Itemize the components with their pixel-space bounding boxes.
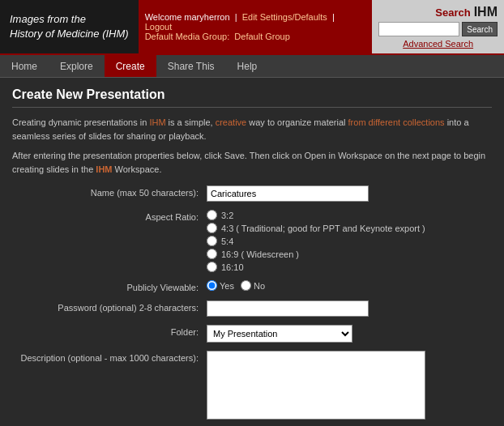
edit-settings-link[interactable]: Edit Settings/Defaults xyxy=(242,12,327,22)
folder-row: Folder: My Presentation xyxy=(12,325,492,343)
advanced-search-link[interactable]: Advanced Search xyxy=(378,39,498,49)
search-button[interactable]: Search xyxy=(462,22,498,36)
search-input[interactable] xyxy=(378,22,459,36)
aspect-label: Aspect Ratio: xyxy=(12,210,207,222)
search-brand: IHM xyxy=(474,5,498,19)
nav-create[interactable]: Create xyxy=(105,55,156,77)
aspect-label-1610: 16:10 xyxy=(221,262,244,272)
description-label: Description (optional - max 1000 charact… xyxy=(12,351,207,363)
welcome-line: Welcome maryherron | Edit Settings/Defau… xyxy=(145,12,366,32)
description-row: Description (optional - max 1000 charact… xyxy=(12,351,492,422)
logo-line1: Images from the xyxy=(10,12,129,27)
name-row: Name (max 50 characters): xyxy=(12,185,492,202)
aspect-row: Aspect Ratio: 3:2 4:3 ( Traditional; goo… xyxy=(12,210,492,272)
description-para2: After entering the presentation properti… xyxy=(12,149,492,176)
logout-link[interactable]: Logout xyxy=(145,22,173,32)
aspect-option-43: 4:3 ( Traditional; good for PPT and Keyn… xyxy=(207,223,492,233)
media-group-line: Default Media Group: Default Group xyxy=(145,32,366,41)
aspect-radio-1610[interactable] xyxy=(207,262,217,272)
yes-text: Yes xyxy=(220,281,234,291)
description-para1: Creating dynamic presentations in IHM is… xyxy=(12,116,492,143)
password-input[interactable] xyxy=(207,300,369,317)
yes-radio[interactable] xyxy=(207,280,217,291)
logo: Images from the History of Medicine (IHM… xyxy=(0,0,139,53)
search-area: Search IHM Search Advanced Search xyxy=(372,0,504,53)
name-label: Name (max 50 characters): xyxy=(12,185,207,198)
aspect-radio-32[interactable] xyxy=(207,210,217,220)
no-label[interactable]: No xyxy=(241,280,265,291)
media-group-value: Default Group xyxy=(234,32,289,41)
aspect-option-32: 3:2 xyxy=(207,210,492,220)
nav-bar: Home Explore Create Share This Help xyxy=(0,55,504,78)
header: Images from the History of Medicine (IHM… xyxy=(0,0,504,55)
search-label: Search xyxy=(435,6,470,19)
aspect-option-169: 16:9 ( Widescreen ) xyxy=(207,249,492,259)
aspect-option-54: 5:4 xyxy=(207,236,492,246)
name-control xyxy=(207,185,492,202)
create-form: Name (max 50 characters): Aspect Ratio: … xyxy=(12,185,492,422)
media-group-label: Default Media Group: xyxy=(145,32,230,41)
folder-select[interactable]: My Presentation xyxy=(207,325,352,343)
search-top: Search IHM xyxy=(435,5,498,19)
name-input[interactable] xyxy=(207,185,369,202)
password-control xyxy=(207,300,492,317)
main-content: Create New Presentation Creating dynamic… xyxy=(0,78,504,426)
aspect-radio-43[interactable] xyxy=(207,223,217,233)
aspect-radio-54[interactable] xyxy=(207,236,217,246)
no-radio[interactable] xyxy=(241,280,251,291)
nav-home[interactable]: Home xyxy=(0,55,49,77)
description-control xyxy=(207,351,492,422)
aspect-control: 3:2 4:3 ( Traditional; good for PPT and … xyxy=(207,210,492,272)
logo-text: Images from the History of Medicine (IHM… xyxy=(10,12,129,41)
password-label: Password (optional) 2-8 characters: xyxy=(12,300,207,313)
public-control: Yes No xyxy=(207,280,492,291)
search-input-row: Search xyxy=(378,22,498,36)
logo-line2: History of Medicine (IHM) xyxy=(10,27,129,41)
folder-label: Folder: xyxy=(12,325,207,337)
aspect-label-169: 16:9 ( Widescreen ) xyxy=(221,249,299,259)
public-row: Publicly Viewable: Yes No xyxy=(12,280,492,292)
no-text: No xyxy=(254,281,265,291)
nav-help[interactable]: Help xyxy=(226,55,269,77)
description-textarea[interactable] xyxy=(207,351,425,420)
aspect-radio-169[interactable] xyxy=(207,249,217,259)
nav-share-this[interactable]: Share This xyxy=(156,55,226,77)
aspect-option-1610: 16:10 xyxy=(207,262,492,272)
password-row: Password (optional) 2-8 characters: xyxy=(12,300,492,317)
page-title: Create New Presentation xyxy=(12,87,492,108)
welcome-text: Welcome maryherron xyxy=(145,12,230,22)
nav-explore[interactable]: Explore xyxy=(49,55,105,77)
yes-label[interactable]: Yes xyxy=(207,280,234,291)
aspect-label-54: 5:4 xyxy=(221,236,233,246)
aspect-label-43: 4:3 ( Traditional; good for PPT and Keyn… xyxy=(221,224,425,233)
aspect-label-32: 3:2 xyxy=(221,211,233,220)
public-label: Publicly Viewable: xyxy=(12,280,207,292)
folder-control: My Presentation xyxy=(207,325,492,343)
header-center: Welcome maryherron | Edit Settings/Defau… xyxy=(139,0,373,53)
